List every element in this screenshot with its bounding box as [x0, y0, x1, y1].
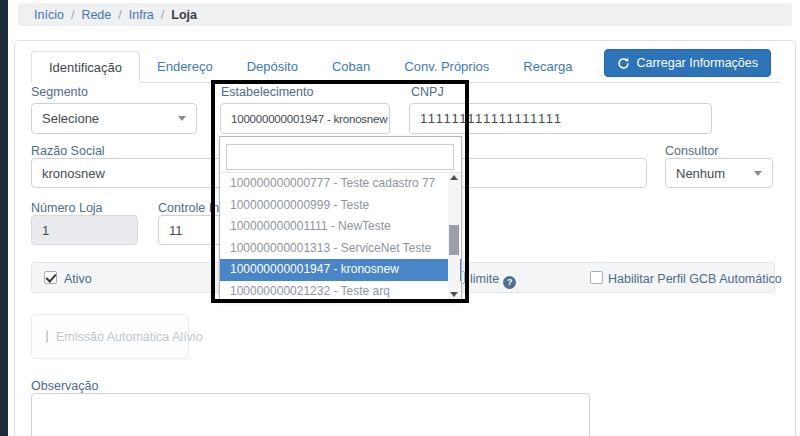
dropdown-option[interactable]: 100000000001313 - ServiceNet Teste	[220, 238, 461, 260]
cnpj-label: CNPJ	[411, 85, 444, 99]
breadcrumb-inicio[interactable]: Início	[34, 8, 64, 22]
emissao-group: Emissão Automática Alívio	[31, 314, 189, 359]
numero-loja-label: Número Loja	[31, 201, 103, 215]
carregar-informacoes-label: Carregar Informações	[636, 56, 758, 70]
tab-identificacao[interactable]: Identificação	[31, 51, 140, 83]
razao-social-label: Razão Social	[31, 144, 105, 158]
sidebar-edge	[0, 0, 8, 436]
cnpj-input[interactable]	[409, 103, 712, 134]
breadcrumb-separator: /	[118, 8, 121, 22]
emissao-checkbox	[46, 330, 48, 343]
breadcrumb-infra[interactable]: Infra	[129, 8, 154, 22]
dropdown-option[interactable]: 100000000001111 - NewTeste	[220, 216, 461, 238]
breadcrumb-separator: /	[71, 8, 74, 22]
refresh-icon	[617, 57, 630, 70]
dropdown-option-selected[interactable]: 100000000001947 - kronosnew	[220, 259, 461, 281]
estabelecimento-dropdown-panel: 100000000000777 - Teste cadastro 77 1000…	[219, 136, 462, 300]
observacao-textarea[interactable]	[31, 393, 590, 436]
dropdown-option[interactable]: 100000000021232 - Teste arq	[220, 281, 461, 300]
chevron-down-icon	[754, 171, 762, 176]
breadcrumb-separator: /	[161, 8, 164, 22]
estabelecimento-select[interactable]: 100000000001947 - kronosnew	[220, 103, 390, 134]
breadcrumb: Início / Rede / Infra / Loja	[18, 3, 792, 26]
dropdown-option-list: 100000000000777 - Teste cadastro 77 1000…	[220, 172, 461, 299]
scroll-up-icon[interactable]	[450, 175, 458, 180]
segmento-label: Segmento	[31, 85, 88, 99]
tab-deposito[interactable]: Depósito	[230, 51, 315, 82]
ativo-checkbox[interactable]	[44, 271, 57, 284]
carregar-informacoes-button[interactable]: Carregar Informações	[604, 49, 771, 77]
help-icon[interactable]: ?	[503, 276, 516, 289]
habilitar-gcb-checkbox[interactable]	[590, 271, 603, 284]
dropdown-search-input[interactable]	[226, 144, 454, 170]
dropdown-option[interactable]: 100000000000999 - Teste	[220, 195, 461, 217]
estabelecimento-value: 100000000001947 - kronosnew	[231, 113, 387, 125]
tab-coban[interactable]: Coban	[315, 51, 387, 82]
numero-loja-input	[31, 215, 138, 245]
segmento-select[interactable]: Selecione	[31, 103, 197, 134]
observacao-label: Observação	[31, 379, 98, 393]
consultor-value: Nenhum	[676, 166, 725, 181]
dropdown-scrollbar[interactable]	[448, 173, 460, 299]
breadcrumb-current-loja: Loja	[171, 8, 197, 22]
chevron-down-icon	[178, 116, 186, 121]
habilitar-gcb-label: Habilitar Perfil GCB Automático	[608, 272, 782, 286]
breadcrumb-rede[interactable]: Rede	[81, 8, 111, 22]
emissao-label: Emissão Automática Alívio	[56, 330, 203, 344]
estabelecimento-label: Estabelecimento	[221, 85, 313, 99]
ativo-label: Ativo	[64, 272, 92, 286]
scroll-down-icon[interactable]	[450, 292, 458, 297]
tab-recarga[interactable]: Recarga	[506, 51, 589, 82]
limite-label: limite?	[470, 272, 516, 289]
loja-page: Início / Rede / Infra / Loja Identificaç…	[0, 0, 800, 436]
segmento-value: Selecione	[42, 111, 99, 126]
dropdown-option[interactable]: 100000000000777 - Teste cadastro 77	[220, 173, 461, 195]
consultor-select[interactable]: Nenhum	[665, 158, 773, 188]
tab-endereco[interactable]: Endereço	[140, 51, 230, 82]
consultor-label: Consultor	[665, 144, 719, 158]
limite-label-text: limite	[470, 272, 499, 286]
scrollbar-thumb[interactable]	[449, 225, 459, 255]
tab-conv-proprios[interactable]: Conv. Próprios	[387, 51, 506, 82]
